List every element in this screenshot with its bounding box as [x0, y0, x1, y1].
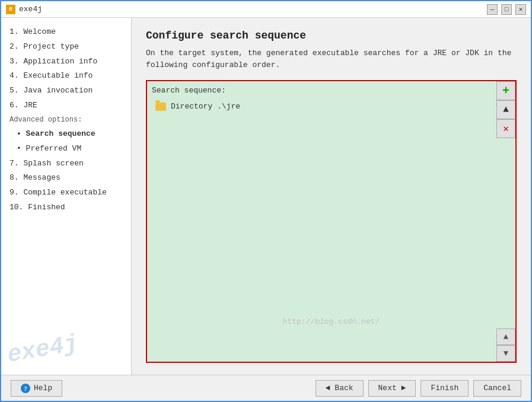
next-button[interactable]: Next ►: [368, 380, 416, 397]
scroll-up-button[interactable]: ▲: [496, 328, 515, 345]
app-icon: e: [6, 5, 15, 14]
sidebar-item-java-invocation[interactable]: 5. Java invocation: [7, 84, 125, 98]
page-title: Configure search sequence: [146, 30, 517, 42]
sidebar-item-exe-info[interactable]: 4. Executable info: [7, 69, 125, 84]
search-sequence-panel: Search sequence: Directory .\jre + ▲ ✕ ▲: [146, 80, 517, 363]
move-up-button[interactable]: ▲: [496, 100, 515, 119]
sidebar-item-finished[interactable]: 10. Finished: [7, 200, 125, 215]
page-description: On the target system, the generated exec…: [146, 47, 517, 71]
sidebar-item-messages[interactable]: 8. Messages: [7, 171, 125, 186]
folder-icon: [155, 103, 166, 111]
back-button[interactable]: ◄ Back: [316, 380, 364, 397]
sidebar-item-project-type[interactable]: 2. Project type: [7, 40, 125, 55]
sequence-item-label: Directory .\jre: [171, 102, 240, 111]
side-action-buttons: + ▲ ✕: [496, 81, 515, 362]
sequence-list: Directory .\jre: [152, 100, 515, 357]
sidebar-item-jre[interactable]: 6. JRE: [7, 98, 125, 113]
title-bar-left: e exe4j: [6, 5, 42, 14]
sidebar-item-compile-exe[interactable]: 9. Compile executable: [7, 186, 125, 200]
cancel-button[interactable]: Cancel: [473, 380, 521, 397]
main-content: 1. Welcome 2. Project type 3. Applicatio…: [1, 18, 531, 375]
minimize-button[interactable]: —: [487, 4, 498, 15]
delete-button[interactable]: ✕: [496, 119, 515, 138]
list-item[interactable]: Directory .\jre: [152, 100, 515, 113]
sidebar-watermark: exe4j: [5, 330, 80, 369]
title-bar-controls: — □ ✕: [487, 4, 526, 15]
sidebar-item-app-info[interactable]: 3. Application info: [7, 55, 125, 69]
add-button[interactable]: +: [496, 81, 515, 100]
sidebar-item-preferred-vm[interactable]: • Preferred VM: [7, 142, 125, 157]
sidebar-item-search-sequence[interactable]: • Search sequence: [7, 127, 125, 142]
finish-button[interactable]: Finish: [420, 380, 469, 397]
content-area: Configure search sequence On the target …: [132, 18, 531, 375]
title-bar: e exe4j — □ ✕: [1, 1, 531, 18]
close-button[interactable]: ✕: [515, 4, 526, 15]
sidebar: 1. Welcome 2. Project type 3. Applicatio…: [1, 18, 132, 375]
sidebar-item-splash-screen[interactable]: 7. Splash screen: [7, 157, 125, 171]
help-button[interactable]: ? Help: [11, 380, 62, 397]
scroll-buttons: ▲ ▼: [496, 328, 515, 362]
sidebar-advanced-label: Advanced options:: [7, 113, 125, 127]
scroll-down-button[interactable]: ▼: [496, 345, 515, 362]
help-icon: ?: [21, 384, 30, 393]
maximize-button[interactable]: □: [501, 4, 512, 15]
footer-bar: ? Help ◄ Back Next ► Finish Cancel: [1, 375, 531, 401]
window-title: exe4j: [19, 5, 42, 14]
sidebar-item-welcome[interactable]: 1. Welcome: [7, 25, 125, 40]
main-window: e exe4j — □ ✕ 1. Welcome 2. Project type…: [0, 0, 532, 402]
search-sequence-label: Search sequence:: [152, 86, 515, 95]
